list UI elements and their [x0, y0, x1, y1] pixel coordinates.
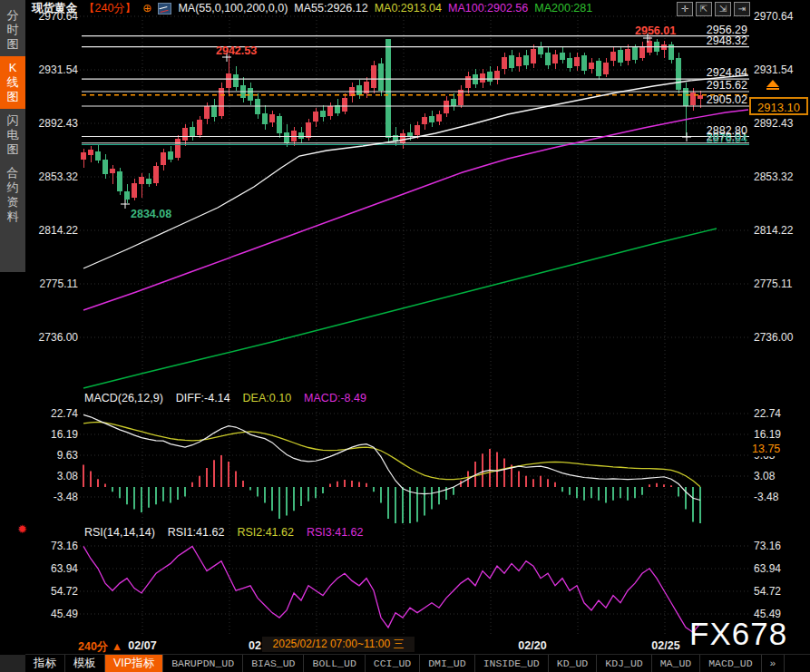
macd-axis-left-tick: 16.19: [27, 428, 78, 441]
macd-axis-right-tick: 22.74: [754, 407, 781, 420]
timeframe-selector[interactable]: 240分 ▲: [78, 639, 122, 655]
toolbar-tab-item[interactable]: 指标: [25, 655, 65, 672]
price-axis-left-tick: 2970.64: [27, 10, 78, 23]
axis-scale-left-icon[interactable]: ⇱: [696, 2, 712, 16]
price-axis-right-tick: 2853.32: [754, 170, 793, 183]
rsi-axis-right-tick: 54.72: [754, 585, 781, 598]
add-compare-icon[interactable]: ⊕: [142, 3, 151, 14]
sidebar-item-tab[interactable]: 合约资料: [0, 161, 25, 229]
macd-axis-right-tick: 3.08: [754, 470, 775, 482]
price-axis-right-tick: 2814.22: [754, 224, 793, 237]
price-axis-right-tick: 2931.54: [754, 63, 793, 76]
rsi-axis-right-tick: 73.16: [754, 540, 781, 552]
x-axis-date-tick: 02/20: [518, 639, 546, 652]
price-axis-left-tick: 2736.00: [27, 331, 78, 344]
macd-axis-left-tick: 3.08: [27, 470, 78, 482]
sidebar-item-active[interactable]: K线图: [0, 56, 25, 109]
price-extreme-annotation: 2942.53: [216, 44, 257, 57]
chart-legend-bar: 现货黄金 【240分】 ⊕ MA(55,0,100,200,0,0) MA55:…: [32, 1, 592, 15]
alert-dot-icon[interactable]: ✹: [17, 522, 27, 536]
macd-hist-value: MACD:-8.49: [304, 392, 366, 404]
toolbar-tab-item[interactable]: »: [762, 655, 786, 672]
price-axis-left-tick: 2931.54: [27, 63, 78, 76]
rsi-axis-left-tick: 63.94: [27, 562, 78, 575]
sidebar-item-tab[interactable]: 分时图: [0, 4, 25, 56]
left-sidebar: 分时图K线图闪电图合约资料: [0, 0, 25, 272]
macd-diff-value: DIFF:-4.14: [176, 392, 230, 404]
macd-axis-left-tick: 9.63: [27, 449, 78, 462]
toolbar-tab-item[interactable]: BOLL_UD: [304, 655, 365, 672]
toolbar-tab-item[interactable]: DMI_UD: [420, 655, 474, 672]
scroll-to-latest-icon[interactable]: [766, 80, 780, 93]
period-badge[interactable]: 【240分】: [83, 1, 136, 16]
price-chart-canvas[interactable]: [0, 0, 810, 672]
toolbar-tab-item[interactable]: INSIDE_UD: [475, 655, 549, 672]
toolbar-corner: [0, 655, 25, 672]
shift-chart-icon[interactable]: ⇥: [734, 2, 750, 16]
price-axis-right-tick: 2736.00: [754, 331, 793, 344]
macd-legend: MACD(26,12,9) DIFF:-4.14 DEA:0.10 MACD:-…: [84, 392, 366, 404]
price-axis-left-tick: 2814.22: [27, 224, 78, 237]
sr-line-price-label: 2948.32: [707, 34, 747, 47]
rsi-axis-left-tick: 45.49: [27, 608, 78, 620]
rsi3-value: RSI3:41.62: [307, 526, 364, 539]
x-axis-date-tick: 02/25: [651, 639, 679, 652]
sr-line-price-label: 2915.62: [707, 79, 747, 92]
price-axis-left-tick: 2853.32: [27, 170, 78, 183]
ma0-value: MA0:2913.04: [375, 2, 442, 15]
price-extreme-annotation: 2956.01: [635, 24, 676, 37]
macd-axis-right-tick: 16.19: [754, 428, 781, 441]
rsi-params-label: RSI(14,14,14): [84, 526, 155, 539]
sr-line-price-label: 2924.84: [707, 66, 747, 79]
trading-app-window: 分时图K线图闪电图合约资料 ✹ 现货黄金 【240分】 ⊕ MA(55,0,10…: [0, 0, 810, 672]
price-axis-left-tick: 2892.43: [27, 117, 78, 130]
price-axis-left-tick: 2775.11: [27, 278, 78, 290]
rsi1-value: RSI1:41.62: [168, 526, 225, 539]
toolbar-tab-item[interactable]: BIAS_UD: [243, 655, 304, 672]
macd-params-label: MACD(26,12,9): [84, 392, 163, 404]
price-axis-right-tick: 2892.43: [754, 117, 793, 130]
toolbar-tab-item[interactable]: BARUPDN_UD: [163, 655, 243, 672]
price-axis-right-tick: 2775.11: [754, 278, 793, 290]
toolbar-tab-item[interactable]: 模板: [65, 655, 105, 672]
ma-settings-label: MA(55,0,100,200,0,0): [178, 2, 288, 15]
rsi-axis-left-tick: 54.72: [27, 585, 78, 598]
macd-axis-right-tick: -3.48: [754, 491, 778, 503]
x-axis-date-partial: 02: [249, 639, 261, 652]
rsi-legend: RSI(14,14,14) RSI1:41.62 RSI2:41.62 RSI3…: [84, 526, 363, 539]
price-extreme-annotation: 2834.08: [131, 208, 171, 220]
toolbar-tab-item[interactable]: CCI_UD: [366, 655, 420, 672]
rsi-axis-left-tick: 73.16: [27, 540, 78, 552]
toolbar-tab-item[interactable]: KD_UD: [549, 655, 598, 672]
ma55-value: MA55:2926.12: [294, 2, 367, 15]
x-axis-date-tick: 02/07: [128, 639, 156, 652]
chart-tool-icons: ✛⇱⇲⇥: [677, 2, 750, 16]
toolbar-tab-active[interactable]: VIP指标: [105, 655, 163, 672]
bar-time-tooltip: 2025/02/12 07:00~11:00 三: [262, 637, 415, 652]
toolbar-tab-item[interactable]: MACD_UD: [700, 655, 761, 672]
macd-dea-value: DEA:0.10: [243, 392, 292, 404]
toolbar-tab-item[interactable]: KDJ_UD: [597, 655, 651, 672]
macd-current-marker: 13.75: [752, 442, 795, 456]
toolbar-tab-item[interactable]: MA_UD: [652, 655, 701, 672]
last-price-label: 2913.10: [749, 97, 808, 115]
macd-axis-left-tick: 22.74: [27, 407, 78, 420]
macd-axis-left-tick: -3.48: [27, 491, 78, 503]
ma200-value: MA200:281: [534, 2, 592, 15]
price-axis-right-tick: 2970.64: [754, 10, 793, 23]
chart-type-icon[interactable]: [158, 3, 171, 15]
sr-line-price-label: 2876.84: [707, 132, 747, 145]
ma100-value: MA100:2902.56: [448, 2, 528, 15]
rsi2-value: RSI2:41.62: [237, 526, 294, 539]
axis-scale-right-icon[interactable]: ⇲: [715, 2, 731, 16]
pan-icon[interactable]: ✛: [677, 2, 693, 16]
rsi-axis-right-tick: 63.94: [754, 562, 781, 575]
brand-watermark: FX678: [689, 616, 787, 652]
sidebar-item-tab[interactable]: 闪电图: [0, 109, 25, 161]
sr-line-price-label: 2905.02: [707, 93, 747, 106]
indicator-toolbar: 指标模板VIP指标BARUPDN_UDBIAS_UDBOLL_UDCCI_UDD…: [25, 654, 810, 672]
